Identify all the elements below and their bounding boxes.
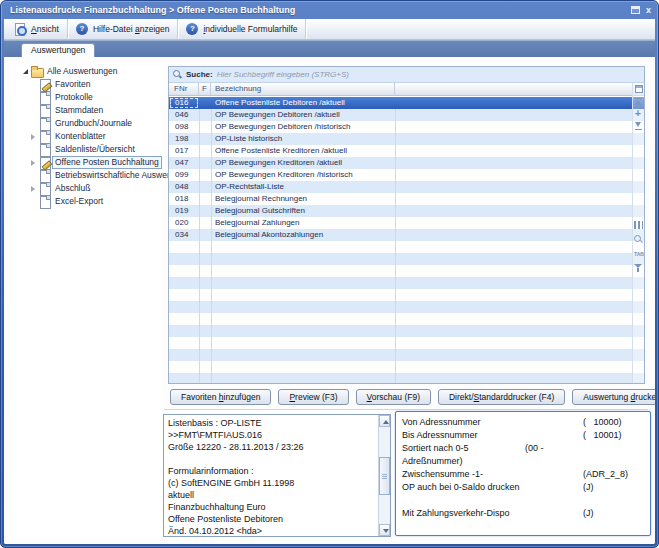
OP Bewegungen Debitoren /aktuell[interactable]: 046 OP Bewegungen Debitoren /aktuell <box>169 109 644 121</box>
folder-icon <box>30 65 44 78</box>
expander-collapsed-icon[interactable] <box>28 134 38 140</box>
cell-fnr: 098 <box>169 121 199 133</box>
info-line: (c) SoftENGINE GmbH 11.1998 <box>168 477 376 489</box>
tree-item-label: Kontenblätter <box>52 130 109 143</box>
filter-icon[interactable] <box>634 263 643 273</box>
param-row: Bis Adressnummer ( 10001) <box>402 430 644 443</box>
tab-strip: Auswertungen <box>4 40 655 57</box>
OP Bewegungen Kreditoren /aktuell[interactable]: 047 OP Bewegungen Kreditoren /aktuell <box>169 157 644 169</box>
action-button[interactable]: Auswertung drucken <box>572 389 655 405</box>
Belegjournal Zahlungen[interactable]: 020 Belegjournal Zahlungen <box>169 217 644 229</box>
tree-item-icon <box>38 195 52 208</box>
window-title: Listenausdrucke Finanzbuchhaltung > Offe… <box>5 5 295 15</box>
form-info-text: Listenbasis : OP-LISTE>>FMT\FMTFIAUS.016… <box>168 417 376 534</box>
search-small-icon[interactable] <box>634 235 643 245</box>
param-value: (J) <box>583 482 594 492</box>
cell-fnr: 099 <box>169 169 199 181</box>
scroll-top-icon[interactable] <box>634 97 643 107</box>
info-scrollbar[interactable] <box>378 415 390 536</box>
column-header-fnr[interactable]: FNr <box>169 83 199 95</box>
OP-Rechtsfall-Liste[interactable]: 048 OP-Rechtsfall-Liste <box>169 181 644 193</box>
columns-icon[interactable] <box>634 220 643 230</box>
tree-root-label: Alle Auswertungen <box>44 65 120 78</box>
info-line: Änd. 04.10.2012 <hda> <box>168 525 376 534</box>
tree-item-label: Grundbuch/Journale <box>52 117 135 130</box>
OP Bewegungen Debitoren /historisch[interactable]: 098 OP Bewegungen Debitoren /historisch <box>169 121 644 133</box>
Belegjournal Akontozahlungen[interactable]: 034 Belegjournal Akontozahlungen <box>169 229 644 241</box>
cell-bezeichnung: OP Bewegungen Kreditoren /aktuell <box>211 157 644 169</box>
OP-Liste historisch[interactable]: 198 OP-Liste historisch <box>169 133 644 145</box>
toolbar-button-label: individuelle Formularhilfe <box>203 24 297 34</box>
tab-icon[interactable] <box>634 249 643 259</box>
toolbar-button-icon <box>14 23 27 36</box>
tree-item[interactable]: Excel-Export <box>28 195 162 208</box>
cell-fnr: 047 <box>169 157 199 169</box>
table-header[interactable]: FNr F Bezeichnung <box>169 83 644 96</box>
print-params-panel[interactable]: Von Adressnummer ( 10000) Bis Adressnumm… <box>395 411 651 536</box>
search-bar: Suche: <box>169 67 644 83</box>
tree-item[interactable]: Saldenliste/Übersicht <box>28 143 162 156</box>
param-label: Adreßnummer) <box>402 456 463 466</box>
tree-item-label: Offene Posten Buchhaltung <box>52 156 162 169</box>
scroll-down-icon[interactable] <box>379 524 390 536</box>
toolbar-button-label: Ansicht <box>31 24 59 34</box>
expander-collapsed-icon[interactable] <box>28 160 38 166</box>
column-header-empty <box>395 83 644 95</box>
tree-root-alle-auswertungen[interactable]: Alle Auswertungen <box>20 65 162 78</box>
side-icon-strip <box>632 83 644 383</box>
cell-bezeichnung: Belegjournal Gutschriften <box>211 205 644 217</box>
action-button[interactable]: Direkt/Standarddrucker (F4) <box>438 389 565 405</box>
cell-fnr: 198 <box>169 133 199 145</box>
window-body: Ansicht Hilfe-Datei anzeigen individuell… <box>4 19 655 544</box>
OP Bewegungen Kreditoren /historisch[interactable]: 099 OP Bewegungen Kreditoren /historisch <box>169 169 644 181</box>
search-input[interactable] <box>217 70 644 79</box>
tree-item[interactable]: Grundbuch/Journale <box>28 117 162 130</box>
Belegjournal Gutschriften[interactable]: 019 Belegjournal Gutschriften <box>169 205 644 217</box>
toolbar-button[interactable]: Ansicht <box>6 19 68 39</box>
toolbar-button[interactable]: individuelle Formularhilfe <box>178 19 306 39</box>
Offene Postenliste Debitoren /aktuell[interactable]: 016 Offene Postenliste Debitoren /aktuel… <box>169 97 644 109</box>
Offene Postenliste Kreditoren /aktuell[interactable]: 017 Offene Postenliste Kreditoren /aktue… <box>169 145 644 157</box>
tree-item[interactable]: Kontenblätter <box>28 130 162 143</box>
close-icon[interactable]: x <box>646 6 651 14</box>
scroll-thumb[interactable] <box>379 457 390 495</box>
tree-item[interactable]: Stammdaten <box>28 104 162 117</box>
expander-expanded-icon[interactable] <box>20 69 30 74</box>
action-button[interactable]: Preview (F3) <box>278 389 348 405</box>
cell-f <box>199 205 211 217</box>
tree-item[interactable]: Protokolle <box>28 91 162 104</box>
toolbar-button[interactable]: Hilfe-Datei anzeigen <box>68 19 179 39</box>
info-line: >>FMT\FMTFIAUS.016 <box>168 429 376 441</box>
param-value: ( 10001) <box>583 430 622 440</box>
tree-item[interactable]: Favoriten <box>28 78 162 91</box>
tree-item[interactable]: Betriebswirtschaftliche Auswertungen <box>28 169 162 182</box>
action-button[interactable]: Vorschau (F9) <box>356 389 431 405</box>
tree-item-icon <box>38 156 52 169</box>
expander-collapsed-icon[interactable] <box>28 186 38 192</box>
tree-item[interactable]: Offene Posten Buchhaltung <box>28 156 162 169</box>
param-label: Von Adressnummer <box>402 417 481 427</box>
add-row-icon[interactable] <box>634 109 643 119</box>
cell-fnr: 017 <box>169 145 199 157</box>
cell-f <box>199 133 211 145</box>
cell-fnr: 046 <box>169 109 199 121</box>
Belegjournal Rechnungen[interactable]: 018 Belegjournal Rechnungen <box>169 193 644 205</box>
scroll-up-icon[interactable] <box>379 415 390 427</box>
cell-f <box>199 157 211 169</box>
restore-window-icon[interactable] <box>631 6 640 14</box>
tree-item[interactable]: Abschluß <box>28 182 162 195</box>
action-button[interactable]: Favoriten hinzufügen <box>170 389 271 405</box>
scroll-bottom-icon[interactable] <box>634 121 643 131</box>
cell-fnr: 034 <box>169 229 199 241</box>
column-header-bezeichnung[interactable]: Bezeichnung <box>211 83 395 95</box>
detach-window-icon[interactable] <box>634 84 643 94</box>
param-label: Zwischensumme -1- <box>402 469 483 479</box>
table-body: 016 Offene Postenliste Debitoren /aktuel… <box>169 97 644 383</box>
info-line: Finanzbuchhaltung Euro <box>168 501 376 513</box>
cell-fnr: 016 <box>169 97 199 109</box>
tab-auswertungen[interactable]: Auswertungen <box>21 43 95 57</box>
action-buttons: Favoriten hinzufügenPreview (F3)Vorschau… <box>170 389 655 406</box>
cell-fnr: 048 <box>169 181 199 193</box>
column-header-f[interactable]: F <box>199 83 211 95</box>
param-value: ( 10000) <box>583 417 622 427</box>
